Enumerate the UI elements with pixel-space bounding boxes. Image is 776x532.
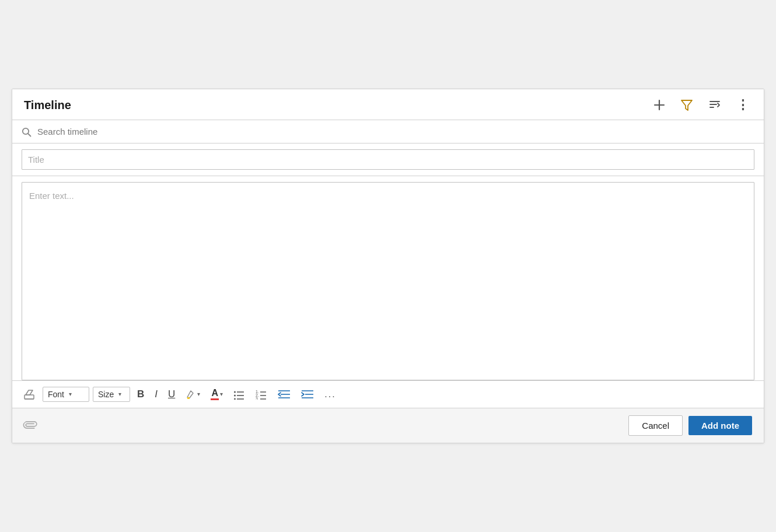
size-dropdown-arrow: ▾ [118,391,121,397]
highlight-icon [186,389,196,400]
search-input[interactable] [37,127,754,136]
toolbar-more-button[interactable]: ... [321,387,339,401]
panel-header: Timeline [12,89,764,120]
italic-button[interactable]: I [151,387,161,401]
svg-rect-8 [25,395,34,399]
increase-indent-button[interactable] [298,387,317,402]
text-editor[interactable]: Enter text... [22,182,754,380]
format-toolbar: Font ▾ Size ▾ B I U [12,380,764,408]
svg-text:3.: 3. [256,397,259,400]
unordered-list-button[interactable] [230,387,249,402]
timeline-panel: Timeline [12,89,764,443]
svg-marker-9 [26,390,33,395]
svg-point-13 [234,391,236,393]
size-label: Size [98,390,114,399]
font-label: Font [48,390,64,399]
sort-button[interactable] [706,97,723,113]
clear-format-button[interactable] [19,386,39,403]
panel-title: Timeline [24,99,71,112]
underline-button[interactable]: U [165,387,179,401]
svg-marker-2 [681,100,692,110]
search-bar [12,120,764,143]
search-icon [22,126,32,136]
action-bar: Cancel Add note [12,408,764,443]
header-icons: ⋮ [651,97,752,113]
ordered-list-button[interactable]: 1. 2. 3. [252,387,271,402]
font-dropdown[interactable]: Font ▾ [43,387,89,402]
more-options-button[interactable]: ⋮ [734,97,752,113]
bold-button[interactable]: B [134,387,148,401]
font-color-button[interactable]: A ▾ [207,386,226,402]
attach-icon[interactable] [20,415,41,436]
svg-line-7 [28,134,31,136]
svg-point-14 [234,394,236,396]
editor-area: Enter text... [12,176,764,380]
decrease-indent-button[interactable] [274,387,294,402]
font-color-icon: A [211,388,219,400]
filter-button[interactable] [678,97,695,113]
highlight-button[interactable]: ▾ [182,387,204,402]
editor-placeholder: Enter text... [29,191,74,201]
add-note-button[interactable]: Add note [688,416,752,435]
title-input[interactable] [22,149,754,170]
cancel-button[interactable]: Cancel [628,415,683,436]
action-buttons: Cancel Add note [628,415,752,436]
svg-point-15 [234,398,236,400]
size-dropdown[interactable]: Size ▾ [93,387,130,402]
add-button[interactable] [651,98,667,112]
title-area [12,144,764,176]
font-dropdown-arrow: ▾ [69,391,72,397]
